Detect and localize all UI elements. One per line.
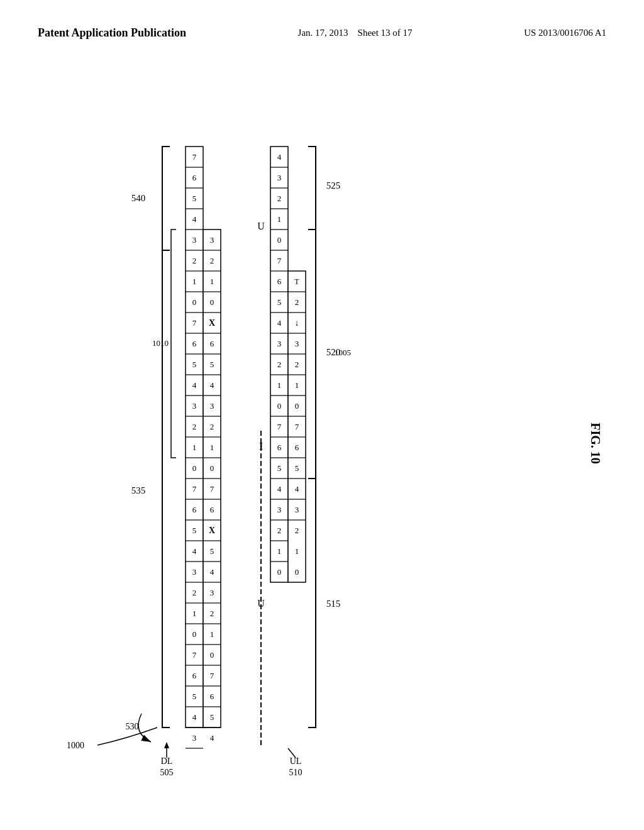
- svg-text:2: 2: [295, 526, 299, 535]
- svg-text:4: 4: [277, 152, 282, 162]
- svg-text:2: 2: [210, 256, 214, 265]
- label-1005: 1005: [335, 348, 351, 357]
- svg-text:5: 5: [192, 360, 197, 369]
- svg-text:6: 6: [277, 443, 282, 452]
- page-header: Patent Application Publication Jan. 17, …: [0, 0, 644, 53]
- svg-text:4: 4: [277, 484, 282, 494]
- svg-text:5: 5: [192, 526, 197, 535]
- svg-text:0: 0: [295, 567, 299, 577]
- bracket-535: [162, 250, 170, 728]
- dl-label: DL: [161, 756, 173, 766]
- svg-text:3: 3: [295, 505, 299, 514]
- svg-text:3: 3: [210, 401, 214, 411]
- label-530: 530: [126, 722, 139, 731]
- svg-text:7: 7: [277, 422, 282, 431]
- svg-text:1: 1: [210, 277, 214, 286]
- label-1010: 1010: [152, 338, 169, 348]
- dl-number: 505: [160, 768, 174, 777]
- svg-text:6: 6: [210, 339, 214, 348]
- svg-text:2: 2: [277, 360, 282, 369]
- svg-text:4: 4: [277, 318, 282, 328]
- arrow-530: [138, 714, 151, 742]
- svg-text:4: 4: [295, 484, 299, 494]
- svg-text:5: 5: [210, 360, 214, 369]
- right-column: 4 3 2 1 0 7 6 5 4 3 2 1 0 7 6 5 4 3 2 1 …: [270, 147, 288, 582]
- svg-text:X: X: [209, 318, 215, 328]
- svg-text:5: 5: [210, 712, 214, 722]
- svg-text:3: 3: [277, 505, 282, 514]
- svg-text:5: 5: [295, 463, 299, 473]
- svg-text:4: 4: [192, 546, 197, 556]
- label-1000: 1000: [67, 741, 84, 750]
- ul-label: UL: [290, 756, 302, 766]
- svg-text:4: 4: [192, 380, 197, 390]
- svg-text:0: 0: [210, 297, 214, 307]
- svg-text:0: 0: [277, 235, 282, 245]
- svg-text:0: 0: [192, 297, 197, 307]
- svg-text:2: 2: [277, 526, 282, 535]
- svg-text:7: 7: [277, 256, 282, 265]
- svg-text:4: 4: [210, 733, 214, 743]
- svg-text:1: 1: [277, 546, 282, 556]
- bracket-520: [308, 230, 316, 479]
- svg-text:7: 7: [210, 484, 214, 494]
- dl-arrow-head: [164, 742, 169, 748]
- svg-text:1: 1: [192, 277, 197, 286]
- label-535: 535: [131, 485, 146, 495]
- svg-text:6: 6: [192, 505, 197, 514]
- svg-text:0: 0: [210, 650, 214, 660]
- label-525: 525: [326, 180, 341, 191]
- right-column-2: T 2 ↓ 3 2 1 0 7 6 5 4 3 2 1 0: [288, 271, 306, 582]
- svg-text:1: 1: [210, 443, 214, 452]
- fig-label: FIG. 10: [589, 423, 602, 464]
- svg-text:7: 7: [192, 484, 197, 494]
- svg-text:2: 2: [192, 256, 197, 265]
- svg-text:X: X: [209, 526, 215, 535]
- svg-text:3: 3: [210, 235, 214, 245]
- svg-text:4: 4: [192, 712, 197, 722]
- svg-text:6: 6: [192, 671, 197, 680]
- svg-text:5: 5: [277, 297, 282, 307]
- svg-text:3: 3: [295, 339, 299, 348]
- svg-text:7: 7: [192, 318, 197, 328]
- svg-text:1: 1: [277, 380, 282, 390]
- svg-text:0: 0: [277, 401, 282, 411]
- svg-text:6: 6: [210, 505, 214, 514]
- svg-text:7: 7: [192, 650, 197, 660]
- svg-text:6: 6: [192, 339, 197, 348]
- svg-text:6: 6: [277, 277, 282, 286]
- svg-text:2: 2: [295, 360, 299, 369]
- left-column-2: 3 2 1 0 X 6 5 4 3 2 1 0 7 6 X 5 4 3 2 1 …: [203, 230, 221, 743]
- svg-text:7: 7: [295, 422, 299, 431]
- svg-text:2: 2: [210, 609, 214, 618]
- svg-text:0: 0: [295, 401, 299, 411]
- svg-text:2: 2: [295, 297, 299, 307]
- svg-text:3: 3: [210, 588, 214, 597]
- bracket-515: [308, 479, 316, 728]
- svg-text:1: 1: [295, 380, 299, 390]
- svg-text:0: 0: [192, 629, 197, 639]
- diagram-svg: 7 6 5 4 3 2 1 0 7 6 5 4 3 2 1 0 7 6 5 4 …: [0, 53, 644, 808]
- svg-text:0: 0: [192, 463, 197, 473]
- sheet-info: Jan. 17, 2013 Sheet 13 of 17: [298, 25, 413, 40]
- svg-text:1: 1: [210, 629, 214, 639]
- bracket-540: [162, 147, 170, 250]
- svg-text:5: 5: [192, 692, 197, 701]
- svg-text:2: 2: [210, 422, 214, 431]
- svg-text:3: 3: [192, 567, 197, 577]
- svg-text:↓: ↓: [295, 318, 299, 328]
- svg-text:1: 1: [295, 546, 299, 556]
- svg-text:3: 3: [277, 339, 282, 348]
- svg-text:0: 0: [210, 463, 214, 473]
- svg-text:6: 6: [192, 173, 197, 182]
- u-top-label: U: [257, 221, 265, 231]
- svg-text:3: 3: [192, 733, 197, 743]
- svg-text:6: 6: [295, 443, 299, 452]
- svg-text:2: 2: [192, 588, 197, 597]
- svg-text:7: 7: [210, 671, 214, 680]
- svg-text:5: 5: [210, 546, 214, 556]
- svg-text:T: T: [294, 277, 299, 286]
- svg-text:3: 3: [192, 235, 197, 245]
- date: Jan. 17, 2013: [298, 28, 348, 38]
- bracket-525: [308, 147, 316, 230]
